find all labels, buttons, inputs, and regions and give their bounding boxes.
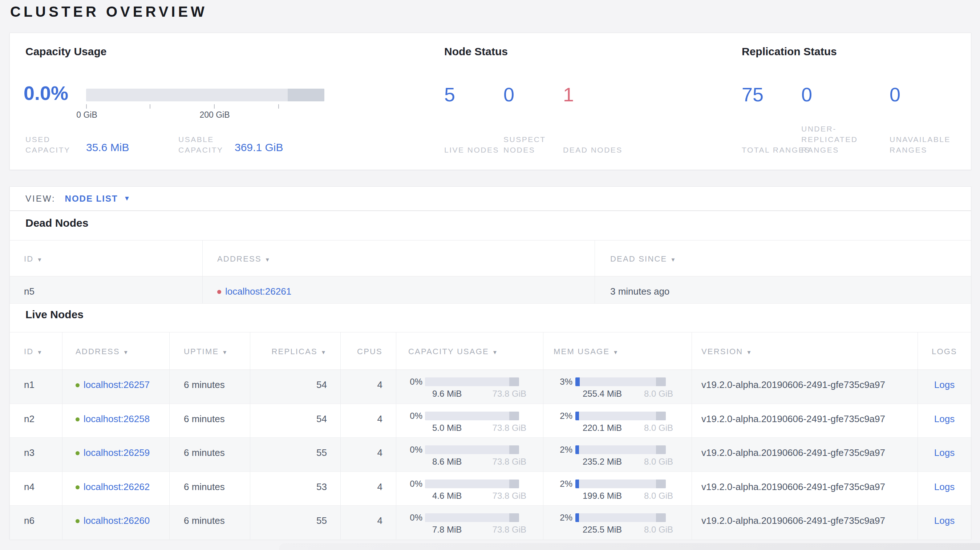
node-address-link[interactable]: localhost:26261 — [225, 286, 291, 297]
column-header-uptime[interactable]: UPTIME▼ — [170, 332, 250, 369]
node-cpus-cell: 4 — [341, 370, 396, 404]
capacity-used-value: 7.8 MiB — [432, 525, 462, 535]
node-id-cell: n1 — [10, 370, 62, 404]
node-address-cell: localhost:26261 — [203, 277, 595, 303]
column-header-mem-usage[interactable]: MEM USAGE▼ — [543, 332, 692, 369]
mem-used-value: 199.6 MiB — [582, 491, 622, 501]
sort-desc-icon: ▼ — [37, 256, 43, 263]
dead-nodes-header-row: ID▼ADDRESS▼DEAD SINCE▼ — [10, 240, 971, 277]
column-header-address[interactable]: ADDRESS▼ — [62, 332, 170, 369]
node-id-cell: n4 — [10, 472, 62, 505]
page-title: CLUSTER OVERVIEW — [10, 4, 207, 20]
sort-desc-icon: ▼ — [321, 349, 327, 355]
node-live-status-icon — [76, 519, 80, 523]
axis-tick — [214, 104, 215, 109]
capacity-minibar-reserved — [509, 445, 519, 454]
mem-usage-cell: 2% 220.1 MiB 8.0 GiB — [543, 404, 692, 438]
logs-link[interactable]: Logs — [934, 413, 955, 424]
live-nodes-table: ID▼ADDRESS▼UPTIME▼REPLICAS▼CPUSCAPACITY … — [10, 332, 971, 540]
cluster-summary-panel: Capacity Usage 0.0% 0 GiB 200 GiB USED C… — [10, 33, 971, 170]
mem-used-value: 255.4 MiB — [582, 389, 622, 399]
node-version-cell: v19.2.0-alpha.20190606-2491-gfe735c9a97 — [692, 404, 918, 438]
logs-link[interactable]: Logs — [934, 447, 955, 458]
node-address-link[interactable]: localhost:26262 — [84, 481, 150, 492]
node-uptime-cell: 6 minutes — [170, 404, 250, 438]
mem-usage-cell: 2% 225.5 MiB 8.0 GiB — [543, 505, 692, 539]
capacity-bar-reserved-segment — [288, 89, 325, 101]
stat-unavailable-ranges: 0UNAVAILABLE RANGES — [889, 33, 960, 170]
column-header-id[interactable]: ID▼ — [10, 240, 203, 276]
node-address-link[interactable]: localhost:26259 — [84, 447, 150, 458]
logs-cell: Logs — [918, 472, 971, 505]
node-address-link[interactable]: localhost:26258 — [84, 413, 150, 424]
stat-label: UNAVAILABLE RANGES — [889, 134, 960, 155]
mem-minibar-reserved — [656, 377, 666, 386]
chevron-down-icon[interactable]: ▼ — [124, 195, 130, 202]
mem-minibar — [575, 412, 666, 420]
axis-tick-label: 200 GiB — [199, 110, 229, 120]
capacity-usage-title: Capacity Usage — [25, 45, 107, 58]
capacity-total-value: 73.8 GiB — [493, 491, 526, 501]
mem-percent: 2% — [543, 411, 573, 421]
mem-minibar-fill — [575, 445, 579, 454]
node-address-link[interactable]: localhost:26260 — [84, 515, 150, 526]
sort-desc-icon: ▼ — [670, 256, 676, 263]
mem-minibar-reserved — [656, 480, 666, 488]
dead-since-cell: 3 minutes ago — [595, 277, 971, 303]
table-row: n5 localhost:26261 3 minutes ago — [10, 277, 971, 304]
node-address-link[interactable]: localhost:26257 — [84, 379, 150, 390]
mem-minibar-reserved — [656, 445, 666, 454]
node-replicas-cell: 54 — [250, 404, 341, 438]
nodes-tables-panel: Dead Nodes ID▼ADDRESS▼DEAD SINCE▼ n5 loc… — [10, 211, 971, 539]
logs-link[interactable]: Logs — [934, 481, 955, 492]
mem-used-value: 225.5 MiB — [582, 525, 622, 535]
axis-tick — [86, 104, 87, 109]
node-replicas-cell: 55 — [250, 438, 341, 472]
logs-cell: Logs — [918, 404, 971, 438]
axis-tick-label: 0 GiB — [76, 110, 97, 120]
stat-value: 0 — [889, 85, 900, 104]
capacity-usage-cell: 0% 7.8 MiB 73.8 GiB — [396, 505, 543, 539]
stat-label: UNDER-REPLICATED RANGES — [801, 124, 872, 155]
mem-minibar-fill — [575, 412, 579, 420]
node-cpus-cell: 4 — [341, 438, 396, 472]
logs-link[interactable]: Logs — [934, 515, 955, 526]
table-row: n6 localhost:26260 6 minutes 55 4 0% 7.8… — [10, 505, 971, 540]
capacity-usage-cell: 0% 9.6 MiB 73.8 GiB — [396, 370, 543, 404]
node-live-status-icon — [76, 451, 80, 455]
node-replicas-cell: 55 — [250, 505, 341, 539]
view-dropdown[interactable]: NODE LIST — [65, 194, 118, 204]
mem-percent: 2% — [543, 513, 573, 523]
capacity-minibar — [425, 377, 519, 386]
column-header-replicas[interactable]: REPLICAS▼ — [250, 332, 341, 369]
capacity-total-value: 73.8 GiB — [493, 525, 526, 535]
column-header-version[interactable]: VERSION▼ — [692, 332, 918, 369]
node-cpus-cell: 4 — [341, 404, 396, 438]
bottom-overlay-shape — [279, 543, 980, 550]
column-header-dead-since[interactable]: DEAD SINCE▼ — [595, 240, 971, 276]
node-address-cell: localhost:26260 — [62, 505, 170, 539]
mem-used-value: 220.1 MiB — [582, 423, 622, 433]
mem-percent: 2% — [543, 479, 573, 489]
stat-value: 0 — [503, 85, 514, 104]
node-live-status-icon — [76, 485, 80, 490]
mem-minibar-fill — [575, 513, 579, 522]
column-header-capacity-usage[interactable]: CAPACITY USAGE▼ — [396, 332, 543, 369]
node-uptime-cell: 6 minutes — [170, 438, 250, 472]
logs-link[interactable]: Logs — [934, 379, 955, 390]
table-row: n1 localhost:26257 6 minutes 54 4 0% 9.6… — [10, 370, 971, 404]
mem-minibar — [575, 377, 666, 386]
node-replicas-cell: 54 — [250, 370, 341, 404]
axis-tick — [278, 104, 279, 109]
cluster-overview-page: CLUSTER OVERVIEW Capacity Usage 0.0% 0 G… — [0, 0, 980, 550]
used-capacity-value: 35.6 MiB — [86, 141, 129, 154]
node-id-cell: n5 — [10, 277, 203, 303]
column-header-id[interactable]: ID▼ — [10, 332, 62, 369]
node-address-cell: localhost:26259 — [62, 438, 170, 472]
table-row: n4 localhost:26262 6 minutes 53 4 0% 4.6… — [10, 472, 971, 506]
column-header-address[interactable]: ADDRESS▼ — [203, 240, 595, 276]
stat-under-replicated-ranges: 0UNDER-REPLICATED RANGES — [801, 33, 872, 170]
mem-minibar — [575, 480, 666, 488]
stat-value: 75 — [742, 85, 764, 104]
capacity-total-value: 73.8 GiB — [493, 423, 526, 433]
